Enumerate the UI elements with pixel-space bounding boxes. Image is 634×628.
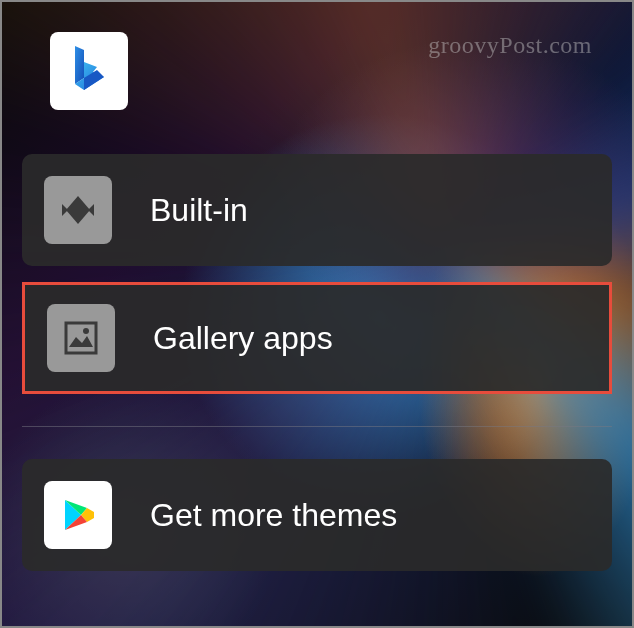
menu-item-gallery-apps[interactable]: Gallery apps bbox=[22, 282, 612, 394]
svg-point-1 bbox=[83, 328, 89, 334]
themes-menu: Built-in Gallery apps bbox=[22, 154, 612, 571]
menu-item-label: Built-in bbox=[150, 192, 248, 229]
svg-rect-0 bbox=[66, 323, 96, 353]
builtin-icon bbox=[44, 176, 112, 244]
menu-divider bbox=[22, 426, 612, 427]
menu-item-label: Gallery apps bbox=[153, 320, 333, 357]
bing-logo-shortcut[interactable] bbox=[50, 32, 128, 110]
watermark-text: groovyPost.com bbox=[428, 32, 592, 59]
gallery-icon bbox=[47, 304, 115, 372]
playstore-icon bbox=[44, 481, 112, 549]
bing-icon bbox=[67, 42, 111, 100]
menu-item-label: Get more themes bbox=[150, 497, 397, 534]
menu-item-builtin[interactable]: Built-in bbox=[22, 154, 612, 266]
menu-item-get-more-themes[interactable]: Get more themes bbox=[22, 459, 612, 571]
